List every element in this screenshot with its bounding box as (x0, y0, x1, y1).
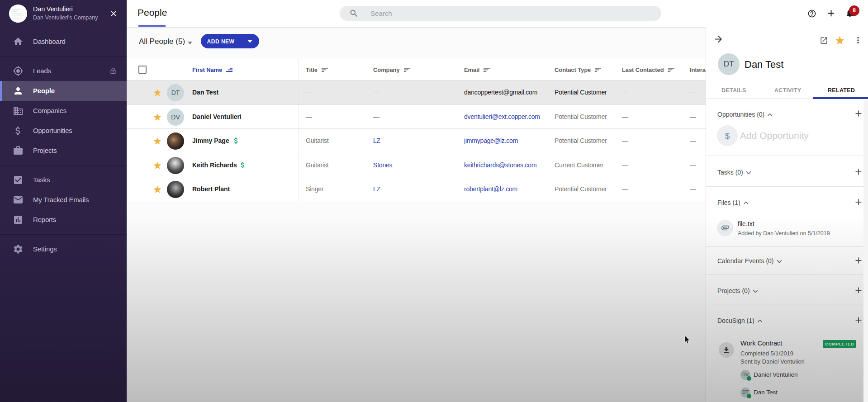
svg-text:$: $ (725, 131, 730, 141)
